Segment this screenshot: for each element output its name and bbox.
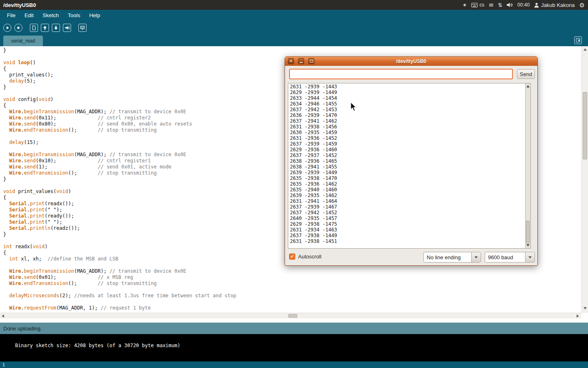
serial-output: 2631 -2939 -1443 2629 -2939 -1449 2633 -… xyxy=(288,83,530,245)
maximize-button[interactable] xyxy=(308,58,314,64)
play-icon xyxy=(5,25,10,30)
system-panel: /dev/ttyUSB0 ✶ cs ✉ ⇅ 00:40 Jakub Kakona… xyxy=(0,0,588,10)
autoscroll-label: Autoscroll xyxy=(298,254,321,260)
menu-item-sketch[interactable]: Sketch xyxy=(38,11,63,20)
menu-item-file[interactable]: File xyxy=(2,11,20,20)
send-label: Send xyxy=(520,71,532,77)
scroll-up-icon[interactable] xyxy=(584,48,587,51)
editor-horizontal-scrollbar[interactable] xyxy=(0,313,581,319)
minimize-button[interactable] xyxy=(298,58,304,64)
code-line: delayMicroseconds(2); //needs at least 1… xyxy=(3,293,581,299)
keyboard-icon xyxy=(471,3,478,7)
save-sketch-button[interactable] xyxy=(52,24,60,32)
stop-button[interactable] xyxy=(14,24,22,32)
send-button[interactable]: Send xyxy=(517,69,535,79)
line-number: 1 xyxy=(2,362,5,367)
mail-icon[interactable]: ✉ xyxy=(489,2,493,8)
keyboard-layout-label: cs xyxy=(479,2,484,8)
baud-rate-value: 9600 baud xyxy=(485,252,525,262)
console-text: Binary sketch size: 4208 bytes (of a 307… xyxy=(15,343,180,348)
upload-button[interactable] xyxy=(63,24,71,32)
serial-scroll-handle[interactable] xyxy=(526,221,530,243)
window-title: /dev/ttyUSB0 xyxy=(396,58,426,64)
vertical-scroll-handle[interactable] xyxy=(583,92,587,159)
horizontal-scroll-handle[interactable] xyxy=(288,314,297,318)
serial-output-area[interactable]: 2631 -2939 -1443 2629 -2939 -1449 2633 -… xyxy=(288,83,531,249)
clock[interactable]: 00:40 xyxy=(517,2,530,8)
baud-rate-dropdown[interactable]: 9600 baud xyxy=(485,252,535,263)
keyboard-indicator[interactable]: cs xyxy=(471,2,484,8)
code-line: Wire.requestFrom(MAG_ADDR, 1); // reques… xyxy=(3,305,581,311)
maximize-icon xyxy=(310,60,313,63)
arrow-up-icon xyxy=(42,25,47,30)
indicator-icon[interactable]: ✶ xyxy=(462,2,467,8)
scroll-down-icon[interactable] xyxy=(584,307,587,310)
line-ending-value: No line ending xyxy=(424,252,471,262)
dropdown-button[interactable] xyxy=(525,252,535,262)
editor-vertical-scrollbar[interactable] xyxy=(581,46,588,313)
menu-item-edit[interactable]: Edit xyxy=(20,11,38,20)
menu-item-tools[interactable]: Tools xyxy=(63,11,85,20)
serial-scrollbar[interactable] xyxy=(525,83,530,248)
tab-serial-read[interactable]: serial_read xyxy=(3,36,43,46)
tab-label: serial_read xyxy=(11,38,35,44)
serial-monitor-window: × /dev/ttyUSB0 Send 2631 -2939 -1443 262… xyxy=(285,56,538,266)
verify-button[interactable] xyxy=(3,24,11,32)
window-controls: × xyxy=(288,58,314,64)
code-line: Wire.endTransmission(); // stop transmit… xyxy=(3,280,581,287)
serial-input[interactable] xyxy=(289,69,513,79)
minimize-icon xyxy=(300,62,303,63)
serial-monitor-button[interactable] xyxy=(78,24,87,32)
network-arrows-icon[interactable]: ⇅ xyxy=(498,2,502,8)
status-bar: Done uploading. xyxy=(0,323,588,334)
tab-menu-icon xyxy=(576,38,580,43)
code-line: Wire.send(0x01); // x MSB reg xyxy=(3,274,581,280)
close-icon: × xyxy=(290,59,292,63)
close-button[interactable]: × xyxy=(288,58,294,64)
user-menu[interactable]: Jakub Kakona xyxy=(534,2,575,8)
line-ending-dropdown[interactable]: No line ending xyxy=(423,252,481,263)
menubar: FileEditSketchToolsHelp xyxy=(0,10,588,21)
new-sketch-button[interactable] xyxy=(30,24,38,32)
scroll-left-icon[interactable] xyxy=(2,314,4,318)
user-icon xyxy=(534,2,539,8)
code-line: } xyxy=(3,47,581,54)
system-tray: ✶ cs ✉ ⇅ 00:40 Jakub Kakona ⚙ xyxy=(462,2,585,8)
arrow-down-icon xyxy=(53,25,58,30)
line-number-bar: 1 xyxy=(0,361,588,368)
scroll-right-icon[interactable] xyxy=(577,314,579,318)
scroll-down-icon[interactable] xyxy=(526,244,530,247)
console-output: Binary sketch size: 4208 bytes (of a 307… xyxy=(0,334,588,361)
status-message: Done uploading. xyxy=(3,325,42,332)
toolbar xyxy=(0,21,588,34)
serial-monitor-icon xyxy=(80,25,85,30)
code-line: Wire.beginTransmission(MAG_ADDR); // tra… xyxy=(3,268,581,274)
code-line xyxy=(3,299,581,305)
user-name: Jakub Kakona xyxy=(541,2,575,8)
tab-strip: serial_read xyxy=(0,34,588,46)
arrow-right-icon xyxy=(65,25,69,30)
scroll-up-icon[interactable] xyxy=(526,85,530,88)
menu-item-help[interactable]: Help xyxy=(85,11,105,20)
stop-icon xyxy=(16,25,21,30)
gear-icon[interactable]: ⚙ xyxy=(579,2,585,8)
autoscroll-checkbox[interactable] xyxy=(289,254,295,260)
chevron-down-icon xyxy=(528,256,532,258)
code-line xyxy=(3,287,581,293)
tab-menu-button[interactable] xyxy=(574,36,582,44)
active-window-title: /dev/ttyUSB0 xyxy=(3,2,36,8)
open-sketch-button[interactable] xyxy=(41,24,49,32)
chevron-down-icon xyxy=(474,256,478,258)
serial-monitor-titlebar[interactable]: × /dev/ttyUSB0 xyxy=(285,57,537,66)
dropdown-button[interactable] xyxy=(471,252,481,262)
screen: /dev/ttyUSB0 ✶ cs ✉ ⇅ 00:40 Jakub Kakona… xyxy=(0,0,588,368)
volume-icon[interactable] xyxy=(507,2,513,7)
new-file-icon xyxy=(31,25,36,30)
